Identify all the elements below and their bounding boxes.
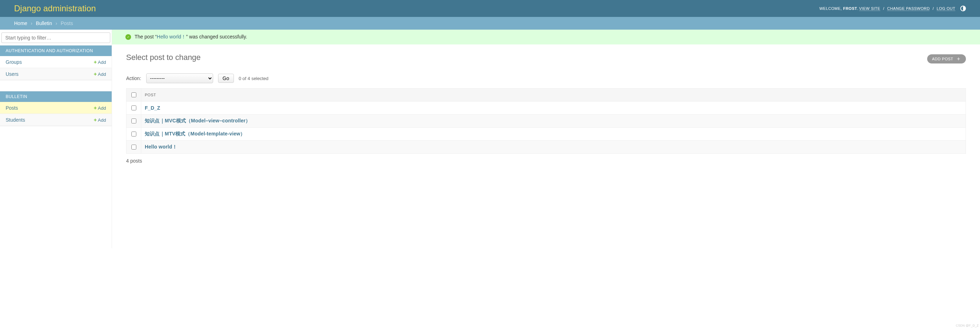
nav-filter-input[interactable] xyxy=(2,32,110,43)
row-link[interactable]: F_D_Z xyxy=(145,105,160,111)
model-link[interactable]: Users xyxy=(6,71,19,77)
object-tools: ADD POST xyxy=(927,45,980,64)
module-caption: AUTHENTICATION AND AUTHORIZATION xyxy=(0,45,112,56)
module-caption: BULLETIN xyxy=(0,91,112,102)
model-link[interactable]: Students xyxy=(6,117,25,123)
add-link[interactable]: +Add xyxy=(94,117,106,123)
plus-icon xyxy=(956,56,961,61)
sidebar-item-groups[interactable]: Groups +Add xyxy=(0,56,112,68)
row-checkbox[interactable] xyxy=(131,118,136,123)
add-label: Add xyxy=(98,72,106,77)
content: The post “Hello world！” was changed succ… xyxy=(112,30,980,248)
message-object-link[interactable]: Hello world！ xyxy=(157,34,186,40)
dot: . xyxy=(857,6,859,11)
row-checkbox[interactable] xyxy=(131,106,136,110)
action-select[interactable]: --------- xyxy=(146,74,213,83)
action-label: Action: xyxy=(126,75,141,81)
success-icon xyxy=(126,34,131,40)
sidebar-item-students[interactable]: Students +Add xyxy=(0,114,112,126)
sidebar-module-bulletin: BULLETIN Posts +Add Students +Add xyxy=(0,91,112,126)
welcome-text: WELCOME, xyxy=(819,6,842,11)
actions-bar: Action: --------- Go 0 of 4 selected xyxy=(112,67,980,86)
add-link[interactable]: +Add xyxy=(94,59,106,65)
breadcrumb-separator: › xyxy=(29,21,35,26)
branding[interactable]: Django administration xyxy=(14,3,96,13)
row-link[interactable]: 知识点｜MTV模式（Model-template-view） xyxy=(145,131,245,136)
breadcrumb-home[interactable]: Home xyxy=(14,21,27,26)
plus-icon: + xyxy=(94,105,98,111)
row-checkbox[interactable] xyxy=(131,145,136,150)
add-link[interactable]: +Add xyxy=(94,71,106,77)
view-site-link[interactable]: VIEW SITE xyxy=(859,6,880,11)
action-counter: 0 of 4 selected xyxy=(239,76,269,81)
model-link[interactable]: Posts xyxy=(6,105,18,111)
sidebar-item-posts[interactable]: Posts +Add xyxy=(0,102,112,114)
plus-icon: + xyxy=(94,117,98,123)
add-link[interactable]: +Add xyxy=(94,105,106,111)
table-row: 知识点｜MTV模式（Model-template-view） xyxy=(126,128,966,141)
result-table: POST F_D_Z 知识点｜MVC模式（Model–view–controll… xyxy=(126,88,966,154)
breadcrumb-separator: › xyxy=(54,21,59,26)
select-all-header xyxy=(126,88,141,102)
theme-toggle-icon[interactable] xyxy=(960,6,966,11)
add-label: Add xyxy=(98,59,106,65)
nav-sidebar: AUTHENTICATION AND AUTHORIZATION Groups … xyxy=(0,30,112,248)
add-label: Add xyxy=(98,106,106,111)
plus-icon: + xyxy=(94,59,98,65)
breadcrumb: Home › Bulletin › Posts xyxy=(0,17,980,30)
breadcrumb-current: Posts xyxy=(60,21,73,26)
plus-icon: + xyxy=(94,71,98,77)
table-row: F_D_Z xyxy=(126,102,966,115)
row-link[interactable]: Hello world！ xyxy=(145,144,177,150)
success-message: The post “Hello world！” was changed succ… xyxy=(121,30,980,45)
user-tools: WELCOME, FROST. VIEW SITE / CHANGE PASSW… xyxy=(819,6,966,11)
logout-link[interactable]: LOG OUT xyxy=(937,6,955,11)
change-password-link[interactable]: CHANGE PASSWORD xyxy=(887,6,930,11)
add-label: Add xyxy=(98,117,106,123)
row-checkbox[interactable] xyxy=(131,131,136,136)
username: FROST xyxy=(843,6,857,11)
sidebar-item-users[interactable]: Users +Add xyxy=(0,68,112,80)
message-prefix: The post “ xyxy=(135,34,157,40)
separator: / xyxy=(881,6,887,11)
add-post-label: ADD POST xyxy=(932,57,953,61)
model-link[interactable]: Groups xyxy=(6,59,22,65)
go-button[interactable]: Go xyxy=(218,74,234,83)
page-title: Select post to change xyxy=(126,53,966,62)
breadcrumb-app[interactable]: Bulletin xyxy=(36,21,52,26)
select-all-checkbox[interactable] xyxy=(131,93,136,98)
table-row: 知识点｜MVC模式（Model–view–controller） xyxy=(126,115,966,128)
table-row: Hello world！ xyxy=(126,141,966,154)
separator: / xyxy=(930,6,936,11)
sidebar-module-auth: AUTHENTICATION AND AUTHORIZATION Groups … xyxy=(0,45,112,80)
paginator: 4 posts xyxy=(112,154,980,168)
row-link[interactable]: 知识点｜MVC模式（Model–view–controller） xyxy=(145,118,250,123)
message-list: The post “Hello world！” was changed succ… xyxy=(112,30,980,45)
column-header-post[interactable]: POST xyxy=(141,88,966,102)
message-suffix: ” was changed successfully. xyxy=(186,34,247,40)
add-post-button[interactable]: ADD POST xyxy=(927,54,966,64)
